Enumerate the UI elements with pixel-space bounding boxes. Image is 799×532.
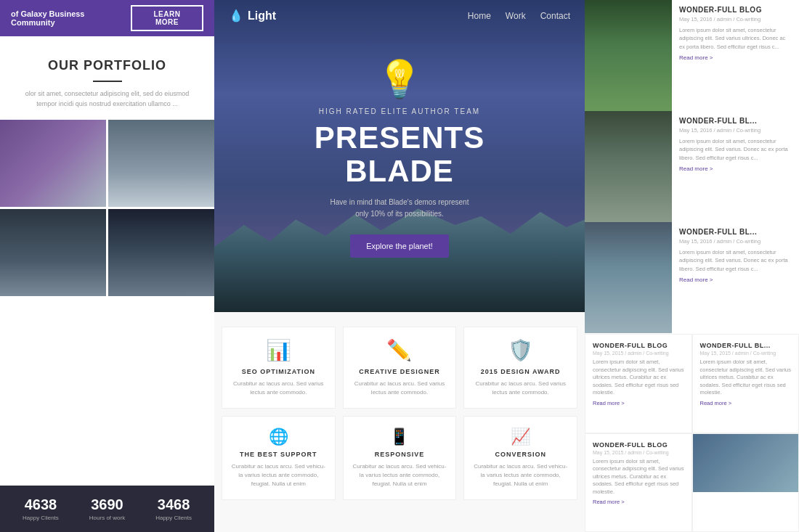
support-icon: 🌐 bbox=[230, 427, 328, 446]
feature-card-seo: 📊 SEO OPTIMIZATION Curabitur ac lacus ar… bbox=[222, 327, 336, 409]
nav-home[interactable]: Home bbox=[468, 11, 491, 21]
blog-read-more-2[interactable]: Read more > bbox=[679, 165, 792, 172]
hero-nav: 💧 Light Home Work Contact bbox=[214, 0, 585, 31]
blog-img-lake bbox=[585, 222, 672, 333]
portfolio-img-1[interactable] bbox=[0, 120, 106, 207]
blog-card-title-2: WONDER-FULL BL... bbox=[700, 342, 792, 349]
blog-row-3: WONDER-FULL BL... May 15, 2016 / admin /… bbox=[585, 222, 799, 333]
blog-meta-3: May 15, 2016 / admin / Co-writing bbox=[679, 238, 792, 245]
portfolio-grid bbox=[0, 120, 214, 296]
blog-content-1: WONDER-FULL BLOG May 15, 2016 / admin / … bbox=[672, 0, 799, 111]
blog-card-text-1: Lorem ipsum dolor sit amet, consectetur … bbox=[593, 359, 684, 397]
blog-row-2: WONDER-FULL BL... May 15, 2016 / admin /… bbox=[585, 111, 799, 222]
bulb-icon: 💡 bbox=[214, 58, 585, 100]
blog-content-3: WONDER-FULL BL... May 15, 2016 / admin /… bbox=[672, 222, 799, 333]
blog-img-forest bbox=[585, 0, 672, 111]
stat-item-1: 4638 Happy Clients bbox=[23, 496, 59, 521]
portfolio-img-2[interactable] bbox=[108, 120, 214, 207]
feature2-title-conversion: CONVERSION bbox=[471, 451, 569, 458]
feature-text-award: Curabitur ac lacus arcu. Sed varius lect… bbox=[471, 380, 569, 397]
blog-meta-2: May 15, 2016 / admin / Co-writing bbox=[679, 127, 792, 134]
blog-card-img bbox=[693, 434, 799, 492]
portfolio-text: olor sit amet, consectetur adipiscing el… bbox=[15, 89, 200, 109]
blog-read-more-3[interactable]: Read more > bbox=[679, 277, 792, 283]
stat-label-2: Hours of work bbox=[89, 515, 125, 521]
blog-card-text-2: Lorem ipsum dolor sit amet, consectetur … bbox=[700, 359, 792, 397]
top-bar: of Galaxy Business Community LEARN MORE bbox=[0, 0, 214, 36]
blog-card-read-2[interactable]: Read more > bbox=[700, 400, 792, 406]
hero-subtitle: HIGH RATED ELITE AUTHOR TEAM bbox=[214, 107, 585, 115]
blog-card-3: WONDER-FULL BLOG May 15, 2015 / admin / … bbox=[585, 433, 692, 533]
feature-card-design: ✏️ CREATIVE DESIGNER Curabitur ac lacus … bbox=[343, 327, 457, 409]
blog-title-3: WONDER-FULL BL... bbox=[679, 228, 792, 236]
feature2-title-support: THE BEST SUPPORT bbox=[230, 451, 328, 458]
seo-icon: 📊 bbox=[230, 338, 328, 362]
nav-contact[interactable]: Contact bbox=[540, 11, 570, 21]
features-section: 📊 SEO OPTIMIZATION Curabitur ac lacus ar… bbox=[214, 312, 585, 532]
stat-number-2: 3690 bbox=[89, 496, 125, 513]
hero-description: Have in mind that Blade's demos represen… bbox=[298, 197, 501, 220]
feature2-title-responsive: RESPONSIVE bbox=[351, 451, 449, 458]
blog-card-meta-2: May 15, 2015 / admin / Co-writing bbox=[700, 351, 792, 356]
blog-content-2: WONDER-FULL BL... May 15, 2016 / admin /… bbox=[672, 111, 799, 222]
stat-label-3: Happy Clients bbox=[155, 515, 192, 521]
blog-title-2: WONDER-FULL BL... bbox=[679, 117, 792, 125]
feature2-text-conversion: Curabitur ac lacus arcu. Sed vehicu-la v… bbox=[471, 462, 569, 488]
portfolio-img-3[interactable] bbox=[0, 209, 106, 296]
features-grid-2: 🌐 THE BEST SUPPORT Curabitur ac lacus ar… bbox=[222, 416, 577, 500]
nav-work[interactable]: Work bbox=[506, 11, 526, 21]
feature-card-support: 🌐 THE BEST SUPPORT Curabitur ac lacus ar… bbox=[222, 416, 336, 500]
feature-card-award: 🛡️ 2015 DESIGN AWARD Curabitur ac lacus … bbox=[463, 327, 577, 409]
feature-title-design: CREATIVE DESIGNER bbox=[351, 368, 449, 375]
top-bar-text: of Galaxy Business Community bbox=[11, 9, 131, 27]
feature-card-conversion: 📈 CONVERSION Curabitur ac lacus arcu. Se… bbox=[463, 416, 577, 500]
portfolio-img-4[interactable] bbox=[108, 209, 214, 296]
logo-text: Light bbox=[248, 9, 276, 22]
left-panel: of Galaxy Business Community LEARN MORE … bbox=[0, 0, 214, 532]
blog-img-mountains bbox=[585, 111, 672, 222]
blog-card-read-3[interactable]: Read more > bbox=[593, 499, 684, 505]
blog-row-1: WONDER-FULL BLOG May 15, 2016 / admin / … bbox=[585, 0, 799, 111]
blog-cards-grid: WONDER-FULL BLOG May 15, 2015 / admin / … bbox=[585, 334, 799, 532]
blog-title-1: WONDER-FULL BLOG bbox=[679, 6, 792, 14]
hero-explore-button[interactable]: Explore the planet! bbox=[350, 234, 449, 258]
portfolio-title: OUR PORTFOLIO bbox=[15, 58, 200, 73]
middle-panel: 💧 Light Home Work Contact 💡 HIGH RATED E… bbox=[214, 0, 585, 532]
feature-title-award: 2015 DESIGN AWARD bbox=[471, 368, 569, 375]
blog-list: WONDER-FULL BLOG May 15, 2016 / admin / … bbox=[585, 0, 799, 334]
stat-label-1: Happy Clients bbox=[23, 515, 59, 521]
feature-title-seo: SEO OPTIMIZATION bbox=[230, 368, 328, 375]
blog-text-1: Lorem ipsum dolor sit amet, consectetur … bbox=[679, 26, 792, 51]
design-icon: ✏️ bbox=[351, 338, 449, 362]
hero-section: 💧 Light Home Work Contact 💡 HIGH RATED E… bbox=[214, 0, 585, 312]
hero-title-line2: BLADE bbox=[214, 155, 585, 188]
blog-card-title-1: WONDER-FULL BLOG bbox=[593, 342, 684, 349]
feature-text-seo: Curabitur ac lacus arcu. Sed varius lect… bbox=[230, 380, 328, 397]
blog-text-3: Lorem ipsum dolor sit amet, consectetur … bbox=[679, 248, 792, 273]
portfolio-section: OUR PORTFOLIO olor sit amet, consectetur… bbox=[0, 36, 214, 120]
blog-card-meta-3: May 15, 2015 / admin / Co-writing bbox=[593, 450, 684, 455]
learn-more-button[interactable]: LEARN MORE bbox=[131, 5, 203, 31]
blog-read-more-1[interactable]: Read more > bbox=[679, 54, 792, 61]
feature2-text-support: Curabitur ac lacus arcu. Sed vehicu-la v… bbox=[230, 462, 328, 488]
stat-item-2: 3690 Hours of work bbox=[89, 496, 125, 521]
blog-card-1: WONDER-FULL BLOG May 15, 2015 / admin / … bbox=[585, 334, 692, 433]
conversion-icon: 📈 bbox=[471, 427, 569, 446]
hero-nav-links: Home Work Contact bbox=[468, 11, 570, 21]
stat-number-1: 4638 bbox=[23, 496, 59, 513]
hero-title-line1: PRESENTS bbox=[214, 121, 585, 155]
features-grid-1: 📊 SEO OPTIMIZATION Curabitur ac lacus ar… bbox=[222, 327, 577, 409]
portfolio-divider bbox=[93, 81, 122, 82]
blog-meta-1: May 15, 2016 / admin / Co-writing bbox=[679, 16, 792, 22]
stat-number-3: 3468 bbox=[155, 496, 192, 513]
feature-card-responsive: 📱 RESPONSIVE Curabitur ac lacus arcu. Se… bbox=[343, 416, 457, 500]
blog-card-text-3: Lorem ipsum dolor sit amet, consectetur … bbox=[593, 458, 684, 496]
hero-logo: 💧 Light bbox=[229, 9, 276, 22]
feature2-text-responsive: Curabitur ac lacus arcu. Sed vehicu-la v… bbox=[351, 462, 449, 488]
feature-text-design: Curabitur ac lacus arcu. Sed varius lect… bbox=[351, 380, 449, 397]
drop-icon: 💧 bbox=[229, 9, 243, 22]
right-panel: WONDER-FULL BLOG May 15, 2016 / admin / … bbox=[585, 0, 799, 532]
hero-content: 💡 HIGH RATED ELITE AUTHOR TEAM PRESENTS … bbox=[214, 58, 585, 258]
blog-card-read-1[interactable]: Read more > bbox=[593, 400, 684, 406]
responsive-icon: 📱 bbox=[351, 427, 449, 446]
